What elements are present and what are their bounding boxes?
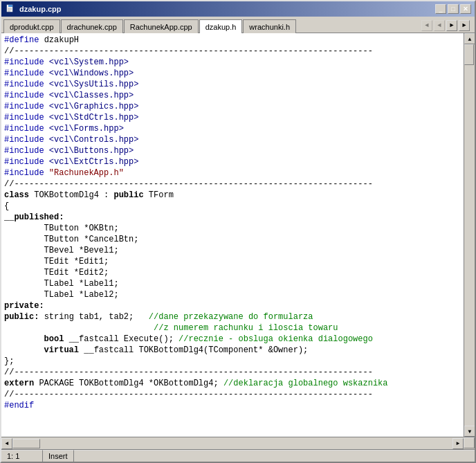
status-bar: 1: 1 Insert: [1, 449, 475, 462]
title-bar: dzakup.cpp _ □ ✕: [1, 1, 475, 17]
status-empty: [74, 450, 475, 462]
code-editor[interactable]: #define dzakupH //----------------------…: [1, 33, 464, 437]
editor-mode: Insert: [43, 450, 74, 462]
nav-forward2-button[interactable]: ►: [459, 20, 470, 31]
scroll-track-v[interactable]: [464, 44, 475, 426]
maximize-button[interactable]: □: [448, 4, 459, 14]
code-lines: #define dzakupH //----------------------…: [1, 33, 464, 412]
nav-forward-button[interactable]: ►: [446, 20, 457, 31]
tab-dzakup[interactable]: dzakup.h: [199, 19, 243, 33]
app-icon: [5, 3, 16, 15]
tab-drachunek[interactable]: drachunek.cpp: [61, 19, 123, 33]
scroll-up-button[interactable]: ▲: [464, 33, 475, 44]
editor-area: #define dzakupH //----------------------…: [1, 33, 475, 437]
scrollbar-corner: [464, 437, 475, 448]
scroll-thumb-v[interactable]: [464, 44, 474, 65]
bottom-bar: ◄ ►: [1, 437, 475, 449]
minimize-button[interactable]: _: [435, 4, 446, 14]
tab-wrachunki[interactable]: wrachunki.h: [243, 19, 296, 33]
scroll-track-h[interactable]: [12, 438, 452, 449]
vertical-scrollbar: ▲ ▼: [464, 33, 475, 437]
tab-rachunekapp[interactable]: RachunekApp.cpp: [124, 19, 199, 33]
main-window: dzakup.cpp _ □ ✕ dprodukt.cpp drachunek.…: [0, 0, 476, 463]
nav-back-button[interactable]: ◄: [421, 20, 432, 31]
close-button[interactable]: ✕: [460, 4, 471, 14]
window-title: dzakup.cpp: [19, 5, 62, 13]
code-scroll: #define dzakupH //----------------------…: [1, 33, 464, 437]
nav-back2-button[interactable]: ◄: [434, 20, 445, 31]
scroll-left-button[interactable]: ◄: [1, 438, 12, 449]
window-controls: _ □ ✕: [435, 4, 471, 14]
horizontal-scrollbar: ◄ ►: [1, 437, 464, 449]
cursor-position: 1: 1: [1, 450, 43, 462]
scroll-thumb-h[interactable]: [12, 439, 40, 448]
scroll-right-button[interactable]: ►: [452, 438, 464, 449]
title-bar-left: dzakup.cpp: [5, 3, 62, 15]
tab-dprodukt[interactable]: dprodukt.cpp: [3, 19, 60, 33]
svg-rect-1: [8, 5, 12, 7]
scroll-down-button[interactable]: ▼: [464, 426, 475, 437]
tab-bar: dprodukt.cpp drachunek.cpp RachunekApp.c…: [1, 17, 475, 33]
